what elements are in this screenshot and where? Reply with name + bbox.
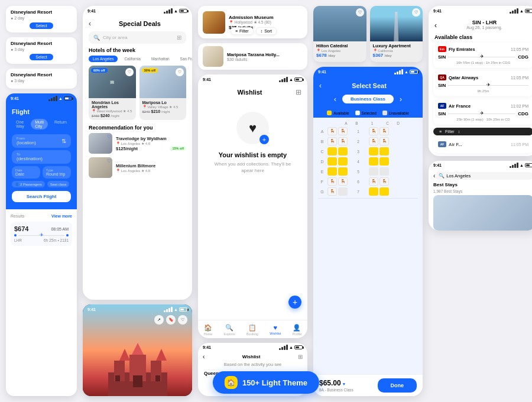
city-tabs: Los Angeles California Manhattan San Fra… — [83, 56, 192, 66]
seat-row-E: E 5 — [318, 167, 418, 176]
sd-back-button[interactable]: ‹ — [89, 20, 91, 28]
from-input[interactable]: From (location) ⇅ — [12, 134, 71, 148]
luxury-apt-card[interactable]: ♡ Luxury Apartment 📍 California $367 /da… — [370, 6, 423, 62]
mondrian-discount-badge: 60% off — [91, 68, 108, 73]
nav-wishlist[interactable]: ♥ Wishlist — [270, 324, 281, 336]
city-tab-ca[interactable]: California — [120, 56, 144, 62]
seat-G4[interactable] — [379, 187, 389, 196]
seat-class-chip[interactable]: Seat class — [47, 181, 70, 187]
person-icon: 👤 — [15, 182, 19, 186]
multi-city-tab[interactable]: Multi City — [31, 119, 48, 129]
seat-E1[interactable] — [327, 167, 337, 176]
seat-E2[interactable] — [338, 167, 348, 176]
flight-result-card: $674 08:05 AM ✈ LHR 6h 25m • 2131 — [11, 222, 72, 246]
hilton-heart-button[interactable]: ♡ — [356, 8, 364, 17]
luxury-heart-button[interactable]: ♡ — [412, 8, 420, 17]
castle-heart-button[interactable]: ♡ — [178, 315, 187, 325]
w2-wifi-icon: ▲ — [289, 345, 293, 349]
nav-booking[interactable]: 📋 Booking — [246, 324, 258, 336]
svg-marker-4 — [119, 349, 130, 361]
city-tab-mn[interactable]: Manhattan — [147, 56, 174, 62]
seat-C2-selected[interactable] — [338, 147, 348, 155]
seat-legend: Available Selected Unavailable — [313, 108, 423, 118]
airline-card-emirates[interactable]: Em Fly Emirates 11:05 PM SIN ✈ CDG 16h 5… — [433, 43, 532, 68]
class-next-button[interactable]: › — [400, 95, 402, 103]
to-input[interactable]: To (destination) — [12, 150, 71, 164]
seat-A1[interactable]: 🪑 — [327, 127, 337, 135]
airline-card-airfrance[interactable]: AF Air France 11:02 PM SIN ✈ CDG 25h 30m… — [433, 99, 532, 125]
mariposa-wishlist-button[interactable]: ♡ — [176, 68, 184, 76]
seat-C1-selected[interactable] — [327, 147, 337, 155]
select-button-2[interactable]: Select — [30, 54, 53, 60]
seat-C3-selected[interactable] — [369, 147, 378, 155]
mondrian-name: Mondrian Los Angeles — [92, 100, 133, 109]
filter-button[interactable]: ≡ Filter — [231, 27, 254, 35]
w2-back-button[interactable]: ‹ — [203, 354, 205, 360]
seat-F1[interactable]: 🪑 — [327, 177, 337, 186]
sd-search-placeholder: City or area — [103, 35, 127, 40]
seat-D3[interactable] — [369, 157, 378, 166]
sd-filter-icon[interactable]: ⊞ — [177, 34, 181, 41]
roundtrip-input[interactable]: Type Round trip — [43, 166, 71, 179]
nav-home[interactable]: 🏠 Home — [204, 324, 213, 336]
hilton-card[interactable]: ♡ Hilton Catedral 📍 Los Angeles $678 /da… — [313, 6, 366, 62]
castle-bookmark-button[interactable]: 🔖 — [166, 315, 176, 325]
sort-button[interactable]: ↕ Sort — [256, 27, 277, 35]
hotel-card-mondrian[interactable]: 🏢 60% off ♡ Mondrian Los Angeles 📍 West … — [89, 66, 136, 120]
sd-search-bar[interactable]: 🔍 City or area ⊞ — [89, 31, 186, 44]
resort-name-1: Disneyland Resort — [11, 9, 72, 15]
nav-explore[interactable]: 🔍 Explore — [224, 324, 235, 336]
done-button[interactable]: Done — [378, 378, 417, 393]
millenium-heart-icon[interactable]: ♡ — [107, 158, 111, 164]
rec-card-travelodge[interactable]: ♡ Travelodge by Wyldham 📍 Los Angeles ★ … — [83, 133, 192, 157]
seat-A3[interactable]: 🪑 — [369, 127, 378, 135]
seat-B4[interactable]: 🪑 — [379, 137, 389, 145]
select-button-1[interactable]: Select — [30, 22, 53, 29]
seat-F2[interactable]: 🪑 — [338, 177, 348, 186]
seat-B2[interactable]: 🪑 — [338, 137, 348, 145]
seat-G1[interactable]: 🪑 — [327, 187, 337, 196]
airline-card-qatar[interactable]: QA Qatar Airways 11:05 PM SIN ✈ 9h 25m — [433, 71, 532, 96]
seat-F4[interactable]: 🪑 — [379, 177, 389, 186]
seat-G3[interactable] — [369, 187, 378, 196]
seat-wifi-icon: ▲ — [404, 70, 408, 74]
view-more-link[interactable]: View more — [51, 214, 72, 218]
travelodge-heart-icon[interactable]: ♡ — [107, 134, 111, 140]
filter-results-button[interactable]: ≡ Filter ↕ — [433, 128, 532, 135]
date-input[interactable]: Date Date — [12, 166, 40, 179]
seat-C4-selected[interactable] — [379, 147, 389, 155]
best-stays-count: 1,987 Best Stays — [429, 189, 532, 195]
seat-D2[interactable] — [338, 157, 348, 166]
seat-D1[interactable] — [327, 157, 337, 166]
seat-F3[interactable]: 🪑 — [369, 177, 378, 186]
castle-share-button[interactable]: ↗ — [154, 315, 164, 325]
wishlist-fab-button[interactable]: + — [288, 296, 301, 309]
w2-options-icon[interactable]: ⊞ — [298, 354, 303, 360]
attraction-cards-row: ♡ Hilton Catedral 📍 Los Angeles $678 /da… — [313, 6, 423, 62]
wishlist-options-icon[interactable]: ⊞ — [296, 88, 301, 96]
search-flight-button[interactable]: Search Flight — [12, 191, 71, 202]
rec-card-millenium[interactable]: ♡ Millenium Biltmore 📍 Los Angeles ★ 4.8 — [83, 157, 192, 181]
badge-icon: 🏠 — [225, 376, 238, 389]
airline-card-af2[interactable]: AF Air F... 11:05 PM — [433, 138, 532, 153]
nav-profile[interactable]: 👤 Profile — [293, 324, 302, 336]
class-prev-button[interactable]: ‹ — [334, 95, 336, 103]
hs-search-bar[interactable]: 🔍 Los Angeles — [435, 172, 532, 180]
castle-action-icons: ↗ 🔖 ♡ — [154, 315, 187, 325]
travelodge-name: Travelodge by Wyldham — [116, 136, 186, 141]
seat-D4[interactable] — [379, 157, 389, 166]
seat-B3[interactable]: 🪑 — [369, 137, 378, 145]
mondrian-wishlist-button[interactable]: ♡ — [125, 68, 134, 76]
seat-B1[interactable]: 🪑 — [327, 137, 337, 145]
passengers-chip[interactable]: 👤 2 Passengers — [12, 181, 45, 187]
swap-icon[interactable]: ⇅ — [61, 138, 66, 144]
seat-A4[interactable]: 🪑 — [379, 127, 389, 135]
seat-A2[interactable]: 🪑 — [338, 127, 348, 135]
one-way-tab[interactable]: One Way — [12, 119, 28, 129]
city-tab-sf[interactable]: San Franc — [176, 56, 192, 62]
column-special-deals: 9:41 ▲ ‹ Special Deals 🔍 City or area ⊞ … — [83, 6, 192, 396]
city-tab-la[interactable]: Los Angeles — [89, 56, 118, 62]
flight-price: $674 — [14, 225, 28, 232]
hotel-card-mariposa[interactable]: 30% off ♡ Mariposa Lo 📍 Valley Village ★… — [140, 66, 187, 120]
return-tab[interactable]: Return — [50, 119, 71, 129]
